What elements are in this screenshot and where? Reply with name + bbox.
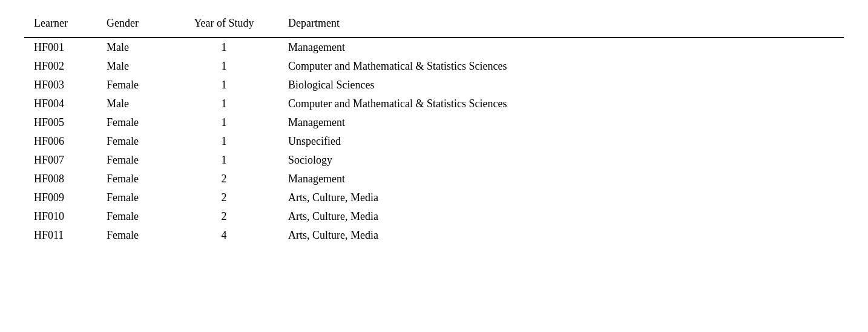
table-row: HF002Male1Computer and Mathematical & St… <box>24 57 844 76</box>
cell-year: 2 <box>169 170 278 188</box>
cell-learner: HF006 <box>24 132 97 151</box>
cell-year: 1 <box>169 132 278 151</box>
table-row: HF005Female1Management <box>24 113 844 132</box>
cell-year: 1 <box>169 151 278 170</box>
cell-year: 2 <box>169 207 278 226</box>
cell-gender: Female <box>97 132 169 151</box>
cell-department: Sociology <box>278 151 844 170</box>
cell-year: 1 <box>169 95 278 113</box>
cell-department: Arts, Culture, Media <box>278 188 844 207</box>
cell-gender: Female <box>97 188 169 207</box>
cell-year: 1 <box>169 76 278 95</box>
cell-learner: HF011 <box>24 226 97 245</box>
table-row: HF010Female2Arts, Culture, Media <box>24 207 844 226</box>
cell-department: Unspecified <box>278 132 844 151</box>
cell-gender: Female <box>97 170 169 188</box>
cell-gender: Male <box>97 95 169 113</box>
cell-year: 4 <box>169 226 278 245</box>
cell-gender: Female <box>97 207 169 226</box>
col-header-learner: Learner <box>24 12 97 38</box>
col-header-gender: Gender <box>97 12 169 38</box>
cell-gender: Female <box>97 113 169 132</box>
cell-learner: HF005 <box>24 113 97 132</box>
cell-gender: Female <box>97 76 169 95</box>
table-row: HF001Male1Management <box>24 38 844 57</box>
cell-department: Computer and Mathematical & Statistics S… <box>278 57 844 76</box>
cell-learner: HF008 <box>24 170 97 188</box>
table-row: HF008Female2Management <box>24 170 844 188</box>
cell-department: Management <box>278 113 844 132</box>
cell-department: Arts, Culture, Media <box>278 207 844 226</box>
table-row: HF009Female2Arts, Culture, Media <box>24 188 844 207</box>
table-row: HF003Female1Biological Sciences <box>24 76 844 95</box>
cell-year: 2 <box>169 188 278 207</box>
cell-learner: HF009 <box>24 188 97 207</box>
table-row: HF011Female4Arts, Culture, Media <box>24 226 844 245</box>
cell-learner: HF007 <box>24 151 97 170</box>
table-row: HF007Female1Sociology <box>24 151 844 170</box>
cell-gender: Female <box>97 226 169 245</box>
cell-department: Computer and Mathematical & Statistics S… <box>278 95 844 113</box>
col-header-department: Department <box>278 12 844 38</box>
cell-department: Management <box>278 170 844 188</box>
cell-gender: Male <box>97 57 169 76</box>
cell-gender: Male <box>97 38 169 57</box>
cell-learner: HF003 <box>24 76 97 95</box>
cell-department: Arts, Culture, Media <box>278 226 844 245</box>
cell-learner: HF001 <box>24 38 97 57</box>
col-header-year: Year of Study <box>169 12 278 38</box>
cell-learner: HF004 <box>24 95 97 113</box>
cell-department: Management <box>278 38 844 57</box>
data-table: Learner Gender Year of Study Department … <box>24 12 844 245</box>
cell-learner: HF002 <box>24 57 97 76</box>
main-table-container: Learner Gender Year of Study Department … <box>24 12 844 245</box>
cell-learner: HF010 <box>24 207 97 226</box>
table-header-row: Learner Gender Year of Study Department <box>24 12 844 38</box>
table-row: HF004Male1Computer and Mathematical & St… <box>24 95 844 113</box>
table-row: HF006Female1Unspecified <box>24 132 844 151</box>
cell-year: 1 <box>169 38 278 57</box>
cell-year: 1 <box>169 113 278 132</box>
cell-year: 1 <box>169 57 278 76</box>
cell-department: Biological Sciences <box>278 76 844 95</box>
cell-gender: Female <box>97 151 169 170</box>
